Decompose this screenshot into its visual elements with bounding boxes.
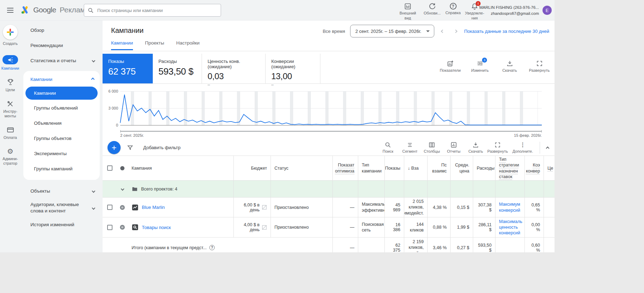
- campaign-type-cell: Поисковая сеть: [358, 217, 384, 237]
- col-bid-strategy[interactable]: Тип стратегии назначен ставок: [495, 156, 524, 180]
- chevron-down-icon: [92, 189, 95, 193]
- chart-expand-button[interactable]: Развернуть: [529, 60, 550, 72]
- global-search[interactable]: [84, 4, 221, 17]
- col-budget[interactable]: Бюджет: [233, 156, 271, 180]
- nav-insights[interactable]: Статистика и отчеты: [21, 53, 103, 68]
- col-cut[interactable]: Це: [544, 156, 555, 180]
- nav-overview[interactable]: Обзор: [21, 23, 103, 38]
- next-period-button[interactable]: [454, 29, 458, 33]
- budget-cell[interactable]: 6,00 $ в день: [233, 198, 271, 217]
- collapse-table-button[interactable]: [544, 142, 551, 154]
- tab-settings[interactable]: Настройки: [176, 40, 199, 50]
- impressions-chart[interactable]: [120, 91, 542, 125]
- rail-item-admin[interactable]: ⚙ Админи- стратор: [0, 148, 21, 166]
- col-interactions-sorted[interactable]: ↓ Вза: [404, 156, 427, 180]
- add-filter-label[interactable]: Добавить фильтр: [143, 145, 181, 150]
- conv-rate-cell: 0,00 %: [524, 217, 544, 237]
- metric-card-impressions[interactable]: Показы 62 375: [103, 54, 153, 83]
- row-checkbox[interactable]: [107, 225, 112, 230]
- table-search-button[interactable]: Поиск: [378, 142, 398, 153]
- nav-assets[interactable]: Объекты: [21, 183, 103, 199]
- chart-metrics-button[interactable]: Показатели: [440, 60, 460, 72]
- tab-drafts[interactable]: Проекты: [145, 40, 164, 50]
- metric-conv-value-sub: –: [208, 82, 260, 87]
- chevron-up-icon: [91, 77, 95, 81]
- status-cell[interactable]: Приостановлено: [271, 198, 332, 217]
- rail-goals-label: Цели: [6, 88, 15, 92]
- avatar[interactable]: E: [543, 6, 552, 15]
- rail-item-goals[interactable]: Цели: [0, 78, 21, 92]
- filter-icon[interactable]: [127, 145, 133, 151]
- col-campaign-type[interactable]: Тип кампании: [358, 156, 384, 180]
- budget-edit-icon[interactable]: [262, 225, 267, 230]
- status-dot-icon[interactable]: [120, 166, 124, 170]
- opt-score-cell: —: [332, 217, 358, 237]
- metric-card-cost[interactable]: Расходы 593,50 $: [153, 54, 202, 83]
- chart-edit-button[interactable]: 3 Изменить: [470, 60, 490, 72]
- tab-campaigns[interactable]: Кампании: [111, 40, 133, 50]
- col-impressions[interactable]: Показы: [384, 156, 404, 180]
- bid-strategy-cell[interactable]: Максималь ценность конверсий: [495, 217, 524, 237]
- col-conv-rate[interactable]: Коэ конвер: [524, 156, 544, 180]
- campaign-name-link[interactable]: Товары поиск: [142, 225, 171, 230]
- table-row: Blue Marlin 6,00 $ в день Приостановлено…: [103, 198, 555, 217]
- rail-campaigns-label: Кампании: [1, 66, 19, 71]
- metric-card-conv-value[interactable]: Ценность конв. (ожидание) 0,03 –: [202, 54, 265, 83]
- menu-icon[interactable]: [7, 8, 13, 13]
- chart-range-slider[interactable]: [120, 130, 542, 133]
- appearance-button[interactable]: Внешний вид: [395, 3, 421, 21]
- nav-campaign-groups[interactable]: Группы кампаний: [23, 161, 100, 176]
- table-columns-button[interactable]: Столбцы: [422, 142, 441, 153]
- campaign-name-link[interactable]: Blue Marlin: [142, 205, 165, 210]
- info-icon[interactable]: ?: [209, 245, 215, 250]
- show-last-30-link[interactable]: Показать данные за последние 30 дней: [464, 29, 549, 34]
- nav-audiences[interactable]: Аудитории, ключевые слова и контент: [21, 199, 103, 217]
- chevron-down-icon[interactable]: [121, 187, 124, 191]
- nav-recommendations[interactable]: Рекомендации: [21, 38, 103, 53]
- col-cost[interactable]: Расходы: [473, 156, 495, 180]
- add-campaign-button[interactable]: +: [108, 141, 121, 154]
- rail-item-campaigns[interactable]: Кампании: [0, 55, 21, 71]
- nav-change-history[interactable]: История изменений: [21, 217, 103, 232]
- projects-group-row[interactable]: Всего проектов: 4: [103, 181, 555, 198]
- nav-ads[interactable]: Объявления: [23, 116, 100, 131]
- table-reports-button[interactable]: Отчеты: [444, 142, 463, 153]
- budget-cell[interactable]: 4,00 $ в день: [233, 217, 271, 237]
- bid-strategy-cell[interactable]: Максимум конверсий: [495, 198, 524, 217]
- select-all-checkbox[interactable]: [107, 165, 112, 171]
- table-expand-button[interactable]: Развернуть: [488, 142, 507, 153]
- nav-campaigns-active[interactable]: Кампании: [25, 87, 98, 100]
- table-segment-button[interactable]: Сегмент: [400, 142, 419, 153]
- metric-card-conversions[interactable]: Конверсии (ожидание) 13,00 –: [266, 54, 320, 83]
- chart-download-button[interactable]: Скачать: [499, 60, 520, 72]
- status-cell[interactable]: Приостановлено: [271, 217, 332, 237]
- create-button[interactable]: Создать: [0, 25, 21, 46]
- rail-item-billing[interactable]: Оплата: [0, 126, 21, 140]
- nav-experiments[interactable]: Эксперименты: [23, 146, 100, 161]
- nav-experiments-label: Эксперименты: [34, 151, 67, 156]
- nav-campaigns-section[interactable]: Кампании: [23, 72, 100, 86]
- chart-line: [120, 95, 542, 125]
- table-more-button[interactable]: ⋮ Дополните...: [510, 142, 535, 153]
- budget-edit-icon[interactable]: [262, 205, 267, 210]
- paused-status-icon[interactable]: [119, 204, 126, 211]
- table-download-button[interactable]: Скачать: [466, 142, 485, 153]
- col-status[interactable]: Статус: [271, 156, 332, 180]
- prev-period-button[interactable]: [441, 29, 445, 33]
- date-range-picker[interactable]: 2 сент. 2025г. – 15 февр. 2026г.: [350, 25, 435, 37]
- table-row: Товары поиск 4,00 $ в день Приостановлен…: [103, 217, 555, 238]
- campaign-type-cell: Максималь эффективно: [358, 198, 384, 217]
- rail-item-tools[interactable]: Инстру- менты: [0, 100, 21, 118]
- chart-download-label: Скачать: [502, 68, 517, 72]
- row-checkbox[interactable]: [107, 205, 112, 210]
- col-opt-score[interactable]: Показат оптимиза: [332, 156, 358, 180]
- col-campaign[interactable]: Кампания: [128, 156, 233, 180]
- account-info[interactable]: MARLIN FISHING (263-976-76... zhandospro…: [479, 5, 539, 16]
- col-interaction-rate[interactable]: Пс взаимс: [427, 156, 450, 180]
- paused-status-icon[interactable]: [119, 224, 126, 230]
- campaigns-nav-card: Кампании Кампании Группы объявлений Объя…: [23, 71, 100, 180]
- search-input[interactable]: [97, 7, 217, 13]
- nav-asset-groups[interactable]: Группы объектов: [23, 131, 100, 146]
- col-avg-cost[interactable]: Средн. цена: [450, 156, 473, 180]
- nav-ad-groups[interactable]: Группы объявлений: [23, 100, 100, 116]
